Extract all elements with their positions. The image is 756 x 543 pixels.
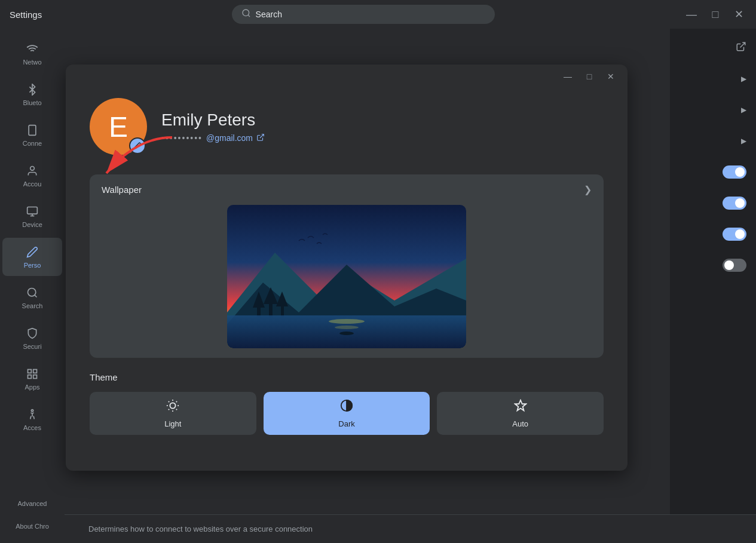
avatar-edit-badge[interactable] xyxy=(129,137,146,154)
search-bar[interactable] xyxy=(232,5,495,24)
sidebar-item-accounts[interactable]: Accou xyxy=(2,157,62,195)
dialog-title-bar: — □ ✕ xyxy=(66,65,628,88)
settings-title: Settings xyxy=(10,10,42,20)
title-bar: Settings — □ ✕ xyxy=(0,0,756,29)
theme-option-label: Dark xyxy=(338,419,354,428)
title-bar-left: Settings xyxy=(10,10,42,20)
toggle-knob xyxy=(735,167,745,177)
sun-icon xyxy=(166,399,179,416)
sidebar-item-label: Device xyxy=(22,221,42,228)
svg-rect-10 xyxy=(33,375,37,379)
right-panel-arrow-1[interactable]: ▶ xyxy=(670,65,756,93)
close-button[interactable]: ✕ xyxy=(732,7,746,22)
toggle-switch[interactable] xyxy=(723,197,746,210)
toggle-knob xyxy=(735,229,745,239)
svg-rect-7 xyxy=(28,370,32,373)
svg-point-2 xyxy=(30,167,35,171)
status-bar: Determines how to connect to websites ov… xyxy=(65,514,756,543)
svg-point-26 xyxy=(335,326,359,329)
sidebar-item-network[interactable]: Netwo xyxy=(2,35,62,73)
monitor-icon xyxy=(25,204,39,219)
settings-window: Settings — □ ✕ Netwo xyxy=(0,0,756,543)
title-bar-controls: — □ ✕ xyxy=(684,7,746,22)
sidebar-item-connected[interactable]: Conne xyxy=(2,116,62,154)
dialog-maximize-button[interactable]: □ xyxy=(582,69,596,84)
right-panel-toggle-2[interactable] xyxy=(670,189,756,217)
profile-email-row: •••••••••• @gmail.com xyxy=(161,133,265,143)
wallpaper-preview[interactable] xyxy=(227,205,466,348)
theme-option-light[interactable]: Light xyxy=(90,392,256,435)
profile-name: Emily Peters xyxy=(161,111,265,130)
toggle-switch[interactable] xyxy=(723,228,746,241)
search-input[interactable] xyxy=(256,10,485,19)
sidebar-item-device[interactable]: Device xyxy=(2,197,62,235)
sidebar-item-label: Apps xyxy=(25,384,39,391)
auto-icon xyxy=(514,399,527,416)
sidebar-item-apps[interactable]: Apps xyxy=(2,360,62,398)
sidebar-item-security[interactable]: Securi xyxy=(2,319,62,357)
theme-options: Light Dark Auto xyxy=(90,392,604,435)
right-panel-toggle-3[interactable] xyxy=(670,220,756,249)
theme-option-auto[interactable]: Auto xyxy=(437,392,604,435)
wallpaper-header: Wallpaper ❯ xyxy=(102,184,592,195)
svg-line-12 xyxy=(740,42,745,47)
pencil-icon xyxy=(25,245,39,259)
profile-dialog: — □ ✕ E Emily Pete xyxy=(66,65,628,471)
avatar-letter: E xyxy=(109,111,128,143)
right-panel-toggle-4[interactable] xyxy=(670,251,756,280)
sidebar-item-label: Netwo xyxy=(23,59,41,66)
sidebar-item-label: Blueto xyxy=(23,99,41,106)
svg-point-25 xyxy=(329,319,365,324)
bluetooth-icon xyxy=(25,82,39,97)
external-link-icon[interactable] xyxy=(736,41,746,54)
sidebar-item-personalization[interactable]: Perso xyxy=(2,238,62,276)
sidebar-item-search[interactable]: Search xyxy=(2,278,62,317)
sidebar-item-about[interactable]: About Chro xyxy=(2,516,62,537)
wallpaper-title: Wallpaper xyxy=(102,185,142,195)
dialog-content: E Emily Peters •••••••••• @gmail.com xyxy=(66,88,628,454)
svg-rect-8 xyxy=(33,370,37,373)
maximize-button[interactable]: □ xyxy=(708,7,723,22)
right-panel: ▶ ▶ ▶ xyxy=(670,29,756,543)
svg-line-35 xyxy=(169,409,169,409)
minimize-button[interactable]: — xyxy=(684,7,699,22)
search-nav-icon xyxy=(25,286,39,300)
svg-rect-9 xyxy=(28,375,32,379)
toggle-switch[interactable] xyxy=(723,165,746,179)
sidebar-item-advanced[interactable]: Advanced xyxy=(2,493,62,514)
svg-point-6 xyxy=(28,289,36,296)
toggle-knob xyxy=(724,260,734,270)
toggle-knob xyxy=(735,198,745,208)
theme-option-label: Auto xyxy=(512,419,528,428)
person-icon xyxy=(25,164,39,178)
right-panel-external xyxy=(670,33,756,62)
sidebar: Netwo Blueto Conne Accou xyxy=(0,29,65,543)
toggle-switch[interactable] xyxy=(723,259,746,272)
profile-external-link-icon[interactable] xyxy=(256,133,265,143)
svg-point-27 xyxy=(339,332,354,335)
sidebar-item-label: Accou xyxy=(23,180,42,188)
dialog-minimize-button[interactable]: — xyxy=(561,69,575,84)
right-panel-toggle-1[interactable] xyxy=(670,158,756,186)
sidebar-item-bluetooth[interactable]: Blueto xyxy=(2,75,62,113)
phone-icon xyxy=(25,123,39,137)
status-text: Determines how to connect to websites ov… xyxy=(88,524,313,533)
theme-option-dark[interactable]: Dark xyxy=(264,392,430,435)
svg-point-11 xyxy=(31,410,33,412)
shield-icon xyxy=(25,326,39,340)
dialog-close-button[interactable]: ✕ xyxy=(604,69,618,84)
sidebar-item-label: Perso xyxy=(24,262,41,269)
sidebar-item-accessibility[interactable]: Acces xyxy=(2,400,62,438)
chevron-right-icon: ▶ xyxy=(741,137,746,145)
chevron-right-icon: ▶ xyxy=(741,106,746,114)
right-panel-arrow-2[interactable]: ▶ xyxy=(670,96,756,124)
svg-point-0 xyxy=(243,10,249,16)
profile-header: E Emily Peters •••••••••• @gmail.com xyxy=(90,98,604,155)
sidebar-item-label: Search xyxy=(22,302,43,309)
svg-rect-1 xyxy=(29,125,36,136)
accessibility-icon xyxy=(25,407,39,422)
wallpaper-arrow-icon[interactable]: ❯ xyxy=(584,184,592,195)
grid-icon xyxy=(25,367,39,381)
profile-info: Emily Peters •••••••••• @gmail.com xyxy=(161,111,265,143)
right-panel-arrow-3[interactable]: ▶ xyxy=(670,127,756,155)
